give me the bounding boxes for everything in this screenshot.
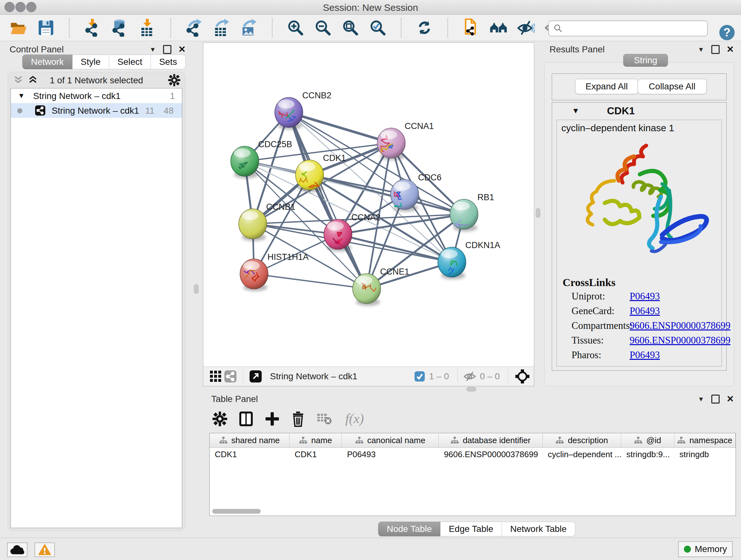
crosslink-link[interactable]: 9606.ENSP00000378699 <box>630 334 731 346</box>
column-header[interactable]: canonical name <box>342 433 439 447</box>
float-panel-icon[interactable] <box>711 45 720 54</box>
network-tree-item-row[interactable]: String Network – cdk1 11 48 <box>11 103 182 118</box>
hide-selection-icon[interactable] <box>517 19 535 37</box>
collapse-caret-icon[interactable]: ▼ <box>18 91 25 100</box>
table-cell[interactable]: CDK1 <box>210 447 289 461</box>
fit-selected-target-icon[interactable] <box>514 368 531 385</box>
column-header[interactable]: name <box>289 433 342 447</box>
bottom-splitter-handle[interactable] <box>467 387 476 391</box>
open-session-icon[interactable] <box>10 19 27 37</box>
help-button[interactable]: ? <box>719 24 735 41</box>
node-CCNB1[interactable]: CCNB1 <box>239 202 295 241</box>
crosslink-label: Compartments: <box>571 320 632 331</box>
import-table-icon[interactable] <box>138 19 156 37</box>
tab-network[interactable]: Network <box>22 55 72 69</box>
right-splitter-handle[interactable] <box>536 208 540 218</box>
zoom-in-icon[interactable] <box>286 19 305 37</box>
table-cell[interactable]: cyclin–dependent ... <box>543 447 621 461</box>
toolbar-separator <box>69 18 70 38</box>
string-view-icon[interactable] <box>223 368 238 385</box>
column-header[interactable]: @id <box>621 433 674 447</box>
tab-sets[interactable]: Sets <box>151 55 186 69</box>
import-network-file-icon[interactable] <box>84 19 102 37</box>
network-collection-label: String Network – cdk1 <box>33 91 121 101</box>
network-canvas[interactable]: CCNB2CCNA1CDC25BCDK1CDC6RB1CCNB1CCNA2CDK… <box>203 43 534 367</box>
export-network-icon[interactable] <box>185 19 203 37</box>
table-cell[interactable]: P06493 <box>342 447 439 461</box>
tab-edge-table[interactable]: Edge Table <box>441 522 502 537</box>
column-header[interactable]: namespace <box>674 433 736 447</box>
close-panel-icon[interactable]: ✕ <box>727 395 734 402</box>
column-manager-icon[interactable] <box>239 411 253 427</box>
node-CCNE1[interactable]: CCNE1 <box>353 267 409 306</box>
table-settings-icon[interactable] <box>212 412 227 426</box>
left-splitter-handle[interactable] <box>194 284 199 294</box>
zoom-selected-icon[interactable] <box>369 19 387 37</box>
save-session-icon[interactable] <box>37 19 55 37</box>
tab-network-table[interactable]: Network Table <box>502 522 576 537</box>
crosslink-link[interactable]: 9606.ENSP00000378699 <box>630 320 731 331</box>
search-input[interactable] <box>565 23 707 34</box>
create-column-icon[interactable] <box>265 412 280 426</box>
collapse-caret-icon[interactable]: ▼ <box>572 106 580 115</box>
panel-menu-icon[interactable]: ▼ <box>698 46 704 53</box>
column-header[interactable]: description <box>543 433 621 447</box>
zoom-fit-icon[interactable] <box>341 19 359 37</box>
tab-style[interactable]: Style <box>72 55 109 69</box>
column-type-icon <box>219 436 227 444</box>
node-CCNA1[interactable]: CCNA1 <box>377 121 434 160</box>
edge-CCNB2-CCNA1[interactable] <box>289 112 391 143</box>
export-table-icon[interactable] <box>212 19 230 37</box>
first-neighbors-icon[interactable] <box>489 19 508 37</box>
tab-string[interactable]: String <box>623 54 668 67</box>
cloud-status-button[interactable] <box>7 543 27 557</box>
crosslink-link[interactable]: P06493 <box>630 305 660 317</box>
function-builder-icon[interactable]: f(x) <box>344 411 367 427</box>
crosslink-link[interactable]: P06493 <box>630 349 660 361</box>
zoom-out-icon[interactable] <box>314 19 332 37</box>
column-header[interactable]: database identifier <box>439 433 542 447</box>
memory-button[interactable]: Memory <box>678 541 733 557</box>
expand-all-button[interactable]: Expand All <box>575 79 638 94</box>
import-network-database-icon[interactable] <box>111 19 129 37</box>
edge-HIST1H1A-CCNE1[interactable] <box>254 274 367 289</box>
grid-view-icon[interactable] <box>208 368 223 385</box>
edge-CCNB2-CCNE1[interactable] <box>289 112 367 289</box>
warnings-button[interactable] <box>35 543 55 557</box>
network-item-label: String Network – cdk1 <box>52 106 139 116</box>
delete-columns-icon[interactable] <box>291 411 305 427</box>
close-panel-icon[interactable]: ✕ <box>727 46 734 53</box>
toolbar-separator <box>401 18 401 38</box>
horizontal-scrollbar[interactable] <box>212 509 261 514</box>
search-field[interactable] <box>548 20 708 37</box>
new-network-from-selection-icon[interactable] <box>462 19 480 37</box>
tab-node-table[interactable]: Node Table <box>378 522 441 537</box>
network-view-toolbar: String Network – cdk1 1 – 0 0 – 0 <box>203 367 534 386</box>
table-cell[interactable]: 9606.ENSP00000378699 <box>439 447 542 461</box>
table-cell[interactable]: CDK1 <box>289 447 342 461</box>
refresh-icon[interactable] <box>415 19 433 37</box>
float-panel-icon[interactable] <box>163 45 172 54</box>
delete-table-icon[interactable] <box>317 413 333 425</box>
column-header[interactable]: shared name <box>210 433 289 447</box>
panel-menu-icon[interactable]: ▼ <box>698 395 704 403</box>
table-cell[interactable]: stringdb:9... <box>621 447 674 461</box>
collapse-all-button[interactable]: Collapse All <box>637 79 706 94</box>
float-panel-icon[interactable] <box>711 395 720 403</box>
table-row[interactable]: CDK1CDK1P064939606.ENSP00000378699cyclin… <box>210 447 736 461</box>
export-image-icon[interactable] <box>240 19 258 37</box>
birdseye-view-icon[interactable] <box>248 368 263 385</box>
selected-checkbox-icon[interactable] <box>414 368 426 385</box>
protein-section-header[interactable]: ▼ CDK1 <box>552 103 726 119</box>
crosslink-link[interactable]: P06493 <box>630 291 660 302</box>
node-CDKN1A[interactable]: CDKN1A <box>438 240 500 279</box>
panel-menu-icon[interactable]: ▼ <box>150 46 156 53</box>
network-tree-root-row[interactable]: ▼ String Network – cdk1 1 <box>11 88 182 103</box>
table-cell[interactable]: stringdb <box>674 447 736 461</box>
close-panel-icon[interactable]: ✕ <box>179 46 186 53</box>
node-RB1[interactable]: RB1 <box>450 192 494 232</box>
tab-select[interactable]: Select <box>109 55 151 69</box>
node-HIST1H1A[interactable]: HIST1H1A <box>240 252 309 291</box>
column-header-label: database identifier <box>463 435 530 445</box>
network-options-gear-icon[interactable] <box>168 74 180 86</box>
